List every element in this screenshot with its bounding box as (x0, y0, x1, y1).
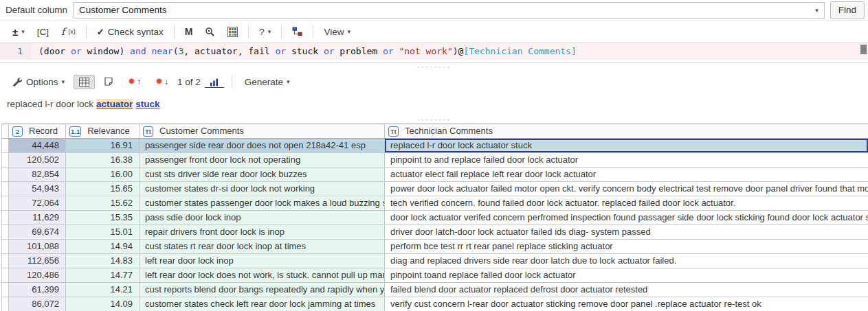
case-button[interactable]: [C] (32, 24, 54, 40)
technician-comments-cell[interactable]: tech verified concern. found failed door… (385, 196, 868, 210)
relevance-cell[interactable]: 14.83 (66, 254, 140, 268)
customer-comments-cell[interactable]: cust states rt rear door lock inop at ti… (140, 240, 385, 253)
column-header-customer-comments[interactable]: Tt Customer Comments (140, 124, 385, 138)
row-selector-cell[interactable] (2, 297, 9, 311)
row-selector-cell[interactable] (2, 153, 9, 167)
color-grid-button[interactable] (222, 24, 243, 40)
table-row[interactable]: 44,44816.91passenger side rear door does… (2, 139, 868, 153)
technician-comments-cell[interactable]: driver door latch-door lock actuator fai… (385, 225, 868, 239)
chart-link-button[interactable] (204, 76, 225, 88)
document-view-toggle[interactable] (98, 74, 119, 89)
relevance-cell[interactable]: 15.62 (66, 196, 140, 210)
customer-comments-cell[interactable]: customer states check left rear door loc… (140, 297, 385, 311)
options-menu[interactable]: Options ▾ (7, 74, 70, 90)
table-row[interactable]: 72,06415.62customer states passenger doo… (2, 196, 868, 211)
relevance-cell[interactable]: 14.77 (66, 268, 140, 282)
table-row[interactable]: 54,94315.65customer states dr-si door lo… (2, 182, 868, 196)
row-selector-cell[interactable] (2, 139, 9, 152)
code-line[interactable]: 1 (door or window) and near(3, actuator,… (0, 43, 868, 60)
splitter-handle-lower[interactable]: ········ (0, 115, 868, 124)
customer-comments-cell[interactable]: customer states dr-si door lock not work… (140, 182, 385, 196)
matched-term-stuck[interactable]: stuck (135, 99, 159, 109)
record-cell[interactable]: 82,854 (9, 168, 66, 181)
hierarchy-button[interactable] (287, 24, 308, 39)
record-cell[interactable]: 72,064 (9, 196, 66, 210)
editor-scrollbar-thumb[interactable] (860, 45, 867, 54)
chevron-down-icon[interactable]: ▾ (815, 7, 819, 14)
technician-comments-cell[interactable]: perform bce test rr rt rear panel replac… (385, 240, 868, 253)
table-row[interactable]: 61,39914.21cust reports blend door bangs… (2, 283, 868, 297)
customer-comments-cell[interactable]: cust reports blend door bangs repeatedly… (140, 283, 385, 297)
default-column-select[interactable]: Customer Comments ▾ (73, 2, 825, 19)
row-selector-cell[interactable] (2, 283, 9, 297)
table-row[interactable]: 120,50216.38passenger front door lock no… (2, 153, 868, 168)
table-row[interactable]: 112,65614.83left rear door lock inopdiag… (2, 254, 868, 268)
row-selector-cell[interactable] (2, 196, 9, 210)
record-cell[interactable]: 61,399 (9, 283, 66, 297)
technician-comments-cell[interactable]: failed blend door actuator replaced defr… (385, 283, 868, 297)
relevance-cell[interactable]: 15.01 (66, 225, 140, 239)
relevance-cell[interactable]: 15.35 (66, 211, 140, 224)
check-syntax-button[interactable]: ✓ Check syntax (91, 24, 169, 40)
query-editor[interactable]: 1 (door or window) and near(3, actuator,… (0, 43, 868, 63)
record-cell[interactable]: 54,943 (9, 182, 66, 196)
customer-comments-cell[interactable]: left rear door lock does not work, is st… (140, 268, 385, 282)
technician-comments-cell[interactable]: power door lock actuator failed motor op… (385, 182, 868, 196)
record-cell[interactable]: 101,088 (9, 240, 66, 253)
technician-comments-cell[interactable]: replaced l-r door lock actuator stuck (385, 139, 868, 152)
relevance-cell[interactable]: 15.65 (66, 182, 140, 196)
column-header-record[interactable]: 2 Record (9, 124, 66, 138)
customer-comments-cell[interactable]: passenger side rear door does not open 2… (140, 139, 385, 152)
technician-comments-cell[interactable]: actuator elect fail replace left rear do… (385, 168, 868, 181)
row-selector-cell[interactable] (2, 225, 9, 239)
help-button[interactable]: ? ▾ (254, 24, 276, 40)
table-view-toggle[interactable] (74, 75, 95, 89)
technician-comments-cell[interactable]: diag and replaced drivers side rear door… (385, 254, 868, 268)
column-header-relevance[interactable]: 1.1 Relevance (66, 124, 140, 138)
table-row[interactable]: 86,07214.09customer states check left re… (2, 297, 868, 311)
function-button[interactable]: f(x) (56, 23, 81, 40)
table-row[interactable]: 11,62915.35pass sdie door lock inopdoor … (2, 211, 868, 225)
record-cell[interactable]: 69,674 (9, 225, 66, 239)
record-cell[interactable]: 120,502 (9, 153, 66, 167)
relevance-cell[interactable]: 16.38 (66, 153, 140, 167)
zoom-search-button[interactable] (199, 24, 221, 40)
view-menu[interactable]: View ▾ (318, 24, 356, 40)
row-selector-cell[interactable] (2, 211, 9, 224)
row-selector-column-header[interactable] (2, 124, 9, 138)
row-selector-cell[interactable] (2, 240, 9, 253)
row-selector-cell[interactable] (2, 268, 9, 282)
relevance-cell[interactable]: 16.91 (66, 139, 140, 152)
customer-comments-cell[interactable]: customer states passenger door lock make… (140, 196, 385, 210)
customer-comments-cell[interactable]: left rear door lock inop (140, 254, 385, 268)
customer-comments-cell[interactable]: passenger front door lock not operating (140, 153, 385, 167)
customer-comments-cell[interactable]: cust sts driver side rear door lock buzz… (140, 168, 385, 181)
record-cell[interactable]: 11,629 (9, 211, 66, 224)
matched-term-actuator[interactable]: actuator (96, 99, 133, 109)
table-row[interactable]: 82,85416.00cust sts driver side rear doo… (2, 168, 868, 182)
record-cell[interactable]: 120,486 (9, 268, 66, 282)
splitter-handle-upper[interactable]: ········ (0, 63, 868, 69)
relevance-cell[interactable]: 16.00 (66, 168, 140, 181)
generate-menu[interactable]: Generate ▾ (239, 74, 296, 90)
table-row[interactable]: 120,48614.77left rear door lock does not… (2, 268, 868, 283)
technician-comments-cell[interactable]: verify cust concern l-rear door actuator… (385, 297, 868, 311)
row-selector-cell[interactable] (2, 182, 9, 196)
technician-comments-cell[interactable]: pinpoint toand replace failed door lock … (385, 268, 868, 282)
previous-match-button[interactable]: ✹ ↑ (122, 74, 146, 89)
row-selector-cell[interactable] (2, 168, 9, 181)
technician-comments-cell[interactable]: door lock actuator verifed concern perfr… (385, 211, 868, 224)
customer-comments-cell[interactable]: repair drivers front door lock is inop (140, 225, 385, 239)
technician-comments-cell[interactable]: pinpoint to and replace failed door lock… (385, 153, 868, 167)
match-mode-button[interactable]: M (179, 23, 199, 40)
relevance-cell[interactable]: 14.21 (66, 283, 140, 297)
record-cell[interactable]: 86,072 (9, 297, 66, 311)
column-header-technician-comments[interactable]: Tt Technician Comments (385, 124, 868, 138)
customer-comments-cell[interactable]: pass sdie door lock inop (140, 211, 385, 224)
row-selector-cell[interactable] (2, 254, 9, 268)
plus-minus-button[interactable]: ± ▾ (7, 23, 30, 41)
find-button[interactable]: Find (830, 1, 865, 19)
record-cell[interactable]: 112,656 (9, 254, 66, 268)
relevance-cell[interactable]: 14.94 (66, 240, 140, 253)
table-row[interactable]: 69,67415.01repair drivers front door loc… (2, 225, 868, 240)
